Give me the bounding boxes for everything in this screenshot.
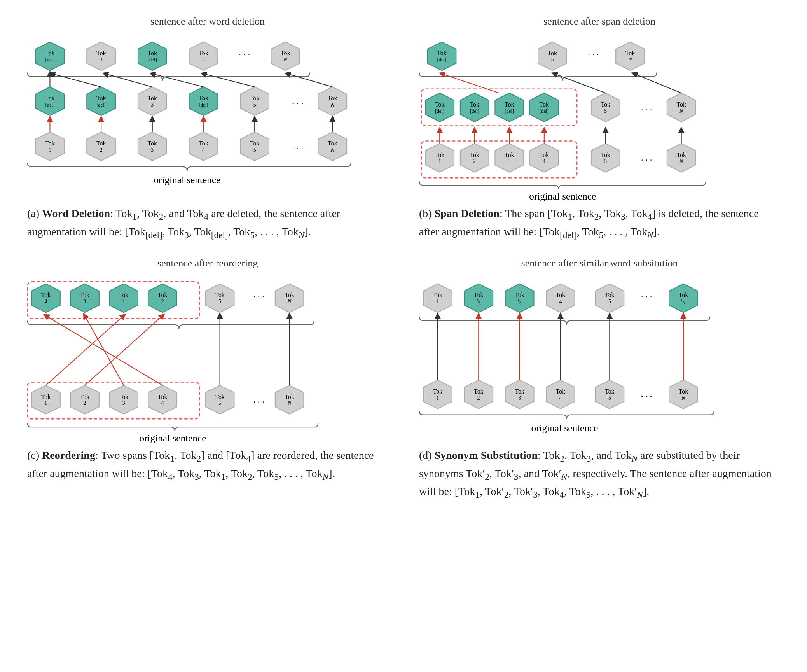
svg-text:Tok: Tok — [679, 388, 688, 394]
svg-text:2: 2 — [473, 158, 476, 164]
svg-text:. . .: . . . — [641, 102, 652, 112]
svg-text:Tok: Tok — [548, 50, 557, 56]
svg-text:[del]: [del] — [45, 57, 55, 63]
svg-text:4: 4 — [161, 400, 164, 406]
svg-line-29 — [203, 74, 255, 87]
svg-text:Tok: Tok — [505, 101, 514, 108]
main-grid: sentence after word deletion Tok [del] T… — [23, 16, 784, 502]
svg-text:Tok: Tok — [215, 393, 224, 400]
svg-text:[del]: [del] — [45, 102, 55, 108]
svg-text:[del]: [del] — [148, 57, 157, 63]
svg-text:3: 3 — [84, 299, 86, 304]
svg-text:3: 3 — [151, 102, 154, 108]
svg-text:. . .: . . . — [253, 394, 264, 404]
svg-text:Tok: Tok — [470, 101, 479, 108]
svg-text:. . .: . . . — [253, 289, 264, 299]
svg-text:2: 2 — [161, 299, 164, 304]
diagram-a: Tok [del] Tok 3 Tok [del] Tok 5 . — [23, 30, 392, 201]
svg-text:Tok: Tok — [435, 101, 444, 108]
top-label-b: sentence after span deletion — [543, 16, 655, 27]
svg-text:N: N — [330, 147, 335, 153]
svg-text:5: 5 — [551, 57, 554, 63]
svg-text:Tok: Tok — [158, 393, 167, 400]
svg-text:3: 3 — [100, 57, 103, 63]
svg-text:Tok: Tok — [199, 95, 208, 102]
svg-text:2: 2 — [100, 147, 103, 153]
svg-text:3: 3 — [122, 400, 125, 406]
svg-text:Tok: Tok — [119, 292, 128, 298]
svg-text:N: N — [679, 108, 683, 114]
svg-text:Tok: Tok — [470, 152, 479, 158]
svg-text:original sentence: original sentence — [531, 422, 598, 433]
svg-text:Tok: Tok — [96, 140, 106, 147]
caption-d: (d) Synonym Substitution: Tok2, Tok3, an… — [415, 447, 784, 502]
svg-text:Tok: Tok — [625, 50, 635, 56]
svg-text:Tok: Tok — [80, 393, 89, 400]
svg-text:5: 5 — [253, 102, 256, 108]
svg-text:Tok: Tok — [601, 152, 610, 158]
caption-c: (c) Reordering: Two spans [Tok1, Tok2] a… — [23, 447, 392, 483]
svg-text:Tok: Tok — [676, 101, 686, 108]
svg-text:Tok: Tok — [199, 50, 208, 56]
svg-text:Tok: Tok — [285, 292, 294, 298]
top-label-c: sentence after reordering — [157, 257, 258, 269]
top-label-a: sentence after word deletion — [150, 16, 265, 27]
diagram-c: Tok 4 Tok 3 Tok 1 Tok 2 Tok 5 — [23, 271, 392, 443]
svg-text:. . .: . . . — [292, 96, 303, 106]
svg-text:N: N — [287, 400, 292, 406]
svg-text:Tok: Tok — [540, 152, 549, 158]
svg-text:4: 4 — [559, 299, 562, 304]
svg-text:Tok: Tok — [41, 393, 51, 400]
svg-text:Tok: Tok — [250, 140, 259, 147]
svg-text:5: 5 — [202, 57, 205, 63]
svg-text:5: 5 — [604, 158, 607, 164]
svg-text:[del]: [del] — [470, 108, 479, 114]
svg-text:5: 5 — [608, 299, 611, 304]
svg-text:Tok: Tok — [45, 95, 54, 102]
svg-line-124 — [46, 315, 124, 385]
svg-text:[del]: [del] — [437, 57, 447, 63]
svg-text:Tok: Tok — [96, 50, 106, 56]
svg-text:. . .: . . . — [641, 152, 652, 163]
svg-text:Tok: Tok — [679, 292, 688, 298]
panel-b: sentence after span deletion Tok [del] — [415, 16, 784, 242]
svg-text:Tok: Tok — [328, 140, 337, 147]
svg-line-74 — [634, 74, 681, 93]
panel-c: sentence after reordering Tok 4 Tok — [23, 257, 392, 502]
svg-text:5: 5 — [608, 395, 611, 401]
svg-text:[del]: [del] — [199, 102, 208, 108]
svg-text:N: N — [679, 158, 683, 164]
svg-text:Tok: Tok — [601, 101, 610, 108]
svg-text:Tok: Tok — [540, 101, 549, 108]
panel-d: sentence after similar word subsitution … — [415, 257, 784, 502]
svg-text:. . .: . . . — [641, 289, 652, 299]
svg-text:Tok: Tok — [515, 388, 524, 394]
top-label-d: sentence after similar word subsitution — [521, 257, 678, 269]
svg-text:Tok: Tok — [605, 292, 614, 298]
svg-text:Tok: Tok — [41, 292, 51, 298]
svg-text:original sentence: original sentence — [529, 191, 596, 201]
caption-b: (b) Span Deletion: The span [Tok1, Tok2,… — [415, 205, 784, 242]
svg-text:. . .: . . . — [239, 47, 250, 57]
svg-text:Tok: Tok — [80, 292, 89, 298]
svg-text:5: 5 — [253, 147, 256, 153]
svg-text:1: 1 — [438, 158, 441, 164]
svg-text:Tok: Tok — [148, 140, 157, 147]
svg-text:1: 1 — [49, 147, 51, 153]
svg-text:Tok: Tok — [45, 140, 54, 147]
svg-text:N: N — [287, 299, 292, 304]
svg-text:original sentence: original sentence — [154, 174, 220, 185]
diagram-d: Tok 1 Tok ′2 Tok ′3 Tok 4 Tok 5 — [415, 271, 784, 443]
svg-text:3: 3 — [508, 158, 511, 164]
panel-a: sentence after word deletion Tok [del] T… — [23, 16, 392, 242]
svg-text:N: N — [330, 102, 335, 108]
svg-text:N: N — [681, 395, 685, 401]
svg-text:Tok: Tok — [505, 152, 514, 158]
svg-text:Tok: Tok — [285, 393, 294, 400]
svg-text:Tok: Tok — [281, 50, 290, 56]
svg-text:Tok: Tok — [435, 152, 444, 158]
svg-line-28 — [152, 74, 204, 87]
svg-text:2: 2 — [84, 400, 86, 406]
svg-line-27 — [105, 74, 152, 87]
svg-text:4: 4 — [202, 147, 205, 153]
